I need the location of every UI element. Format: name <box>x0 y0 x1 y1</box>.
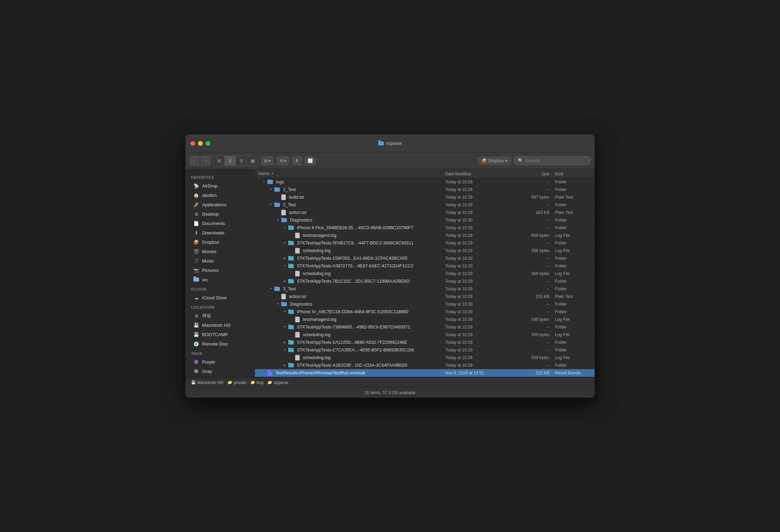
file-kind: Folder <box>549 180 591 184</box>
sidebar-item-abotkin[interactable]: 🏠 abotkin <box>188 191 252 200</box>
table-row[interactable]: ▼ iPhone Xr_A9C7EC18-DD94-46B4-9F3C-E205… <box>255 308 595 316</box>
disclosure-closed[interactable]: ▶ <box>283 340 287 344</box>
sidebar-item-airdrop[interactable]: 📡 AirDrop <box>188 181 252 190</box>
disclosure-open[interactable]: ▼ <box>276 302 280 306</box>
name-column-header[interactable]: Name <box>258 171 269 176</box>
table-row[interactable]: ▼ STKTestAppTests-A3872770...-4E67-8AEC-… <box>255 262 595 270</box>
table-row[interactable]: ▶ STKTestAppTests-7B1C32C...2D1-B5C7-119… <box>255 277 595 285</box>
sidebar-item-macintosh-hd[interactable]: 💾 Macintosh HD <box>188 321 252 330</box>
file-name: testmanagerd.log <box>303 233 337 238</box>
disclosure-closed[interactable]: ▶ <box>283 256 287 260</box>
date-column-header[interactable]: Date Modified <box>445 172 471 176</box>
sidebar-item-label: Dropbox <box>202 240 219 245</box>
view-options-button[interactable]: ⊞ ▾ <box>261 156 274 165</box>
disclosure-open[interactable]: ▼ <box>262 180 266 184</box>
table-row[interactable]: ▼ 3_Test Today at 10:29 -- Folder <box>255 285 595 293</box>
dropbox-button[interactable]: 📦 Dropbox ▾ <box>478 157 511 165</box>
table-row[interactable]: ▼ Diagnostics Today at 10:30 -- Folder <box>255 216 595 224</box>
table-row[interactable]: action.txt Today at 10:29 163 KB Plain T… <box>255 209 595 216</box>
breadcrumb-xcparse[interactable]: 📁 xcparse <box>267 380 288 385</box>
forward-button[interactable]: › <box>201 156 210 166</box>
disclosure-open[interactable]: ▼ <box>269 287 273 291</box>
table-row[interactable]: action.txt Today at 10:29 155 KB Plain T… <box>255 293 595 300</box>
disclosure-open[interactable]: ▼ <box>269 203 273 207</box>
table-row[interactable]: ▶ STKTestAppTests-1A1225D...4B80-A532-7F… <box>255 339 595 346</box>
file-date: Today at 10:29 <box>445 195 515 200</box>
tag-button[interactable]: ⬜ <box>305 156 316 165</box>
size-column-header[interactable]: Size <box>541 172 549 176</box>
sidebar-item-purple[interactable]: Purple <box>188 357 252 366</box>
file-name: iPhone Xr_A9C7EC18-DD94-46B4-9F3C-E2050C… <box>297 309 408 314</box>
table-row[interactable]: ▼ Diagnostics Today at 10:30 -- Folder <box>255 300 595 308</box>
close-button[interactable] <box>190 141 195 146</box>
breadcrumb-private[interactable]: 📁 private <box>227 380 246 385</box>
disclosure-open[interactable]: ▼ <box>269 188 273 192</box>
traffic-lights <box>190 141 210 146</box>
file-size: 997 bytes <box>515 195 549 200</box>
table-row[interactable]: testmanagerd.log Today at 10:29 656 byte… <box>255 232 595 239</box>
disclosure-open[interactable]: ▼ <box>283 241 287 245</box>
table-row[interactable]: build.txt Today at 10:29 997 bytes Plain… <box>255 193 595 201</box>
sidebar-item-music[interactable]: 🎵 Music <box>188 256 252 265</box>
search-box[interactable]: 🔍 <box>514 156 590 165</box>
gallery-view-button[interactable]: ▦ <box>247 156 258 166</box>
table-row[interactable]: scheduling.log Today at 10:29 568 bytes … <box>255 270 595 277</box>
maximize-button[interactable] <box>206 141 210 146</box>
toolbar: ‹ › ⊞ ☰ ⊟ ▦ ⊞ ▾ ⚙ ▾ ⬆ ⬜ 📦 Dropbox ▾ <box>185 152 595 169</box>
breadcrumb-sep-2: › <box>248 381 249 385</box>
file-date: Today at 10:29 <box>445 225 515 230</box>
search-input[interactable] <box>525 158 587 163</box>
column-view-button[interactable]: ⊟ <box>236 156 247 166</box>
breadcrumb-tmp[interactable]: 📁 tmp <box>250 380 264 385</box>
pictures-icon: 📷 <box>193 267 199 273</box>
disclosure-open[interactable]: ▼ <box>283 310 287 314</box>
table-row[interactable]: ▼ 2_Test Today at 10:29 -- Folder <box>255 201 595 209</box>
disclosure-open[interactable]: ▼ <box>283 325 287 329</box>
disclosure-open[interactable]: ▼ <box>283 226 287 230</box>
table-row[interactable]: ▶ STKTestAppTests-A1B2C6F...10C-A33A-3C6… <box>255 361 595 369</box>
sidebar-item-bootcamp[interactable]: 💾 BOOTCAMP <box>188 330 252 339</box>
sidebar-item-pictures[interactable]: 📷 Pictures <box>188 266 252 275</box>
table-row[interactable]: testmanagerd.log Today at 10:29 548 byte… <box>255 316 595 323</box>
sidebar-item-desktop[interactable]: 🖥 Desktop <box>188 209 252 218</box>
disclosure-open[interactable]: ▼ <box>276 218 280 222</box>
icon-view-button[interactable]: ⊞ <box>214 156 225 166</box>
sidebar-item-icloud-drive[interactable]: ☁ iCloud Drive <box>188 293 252 302</box>
sidebar-item-dropbox[interactable]: 📦 Dropbox <box>188 238 252 247</box>
file-name: STKTestAppTests-A1B2C6F...10C-A33A-3C64F… <box>297 363 407 368</box>
table-row[interactable]: ▼ 1_Test Today at 10:29 -- Folder <box>255 186 595 193</box>
disclosure-closed[interactable]: ▶ <box>283 363 287 367</box>
disclosure-closed[interactable]: ▶ <box>283 279 287 283</box>
table-row[interactable]: ▶ STKTestAppTests-158F055...EA1-99D0-1CF… <box>255 255 595 262</box>
kind-column-header[interactable]: Kind <box>555 172 563 176</box>
table-row[interactable]: ▼ logs Today at 10:29 -- Folder <box>255 178 595 186</box>
share-button[interactable]: ⬆ <box>292 156 302 165</box>
table-row[interactable]: scheduling.log Today at 10:29 568 bytes … <box>255 247 595 255</box>
table-row[interactable]: ▼ iPhone 8 Plus_284BEB26-35...-45CD-99AB… <box>255 224 595 232</box>
sidebar-item-remote-disc[interactable]: 💿 Remote Disc <box>188 339 252 348</box>
sidebar-item-downloads[interactable]: ⬇ Downloads <box>188 228 252 237</box>
breadcrumb-macintosh-hd[interactable]: 💾 Macintosh HD <box>191 380 223 385</box>
file-size: 559 bytes <box>515 355 549 360</box>
locations-header: Locations <box>185 302 255 311</box>
sidebar-item-documents[interactable]: 📄 Documents <box>188 219 252 228</box>
sidebar-item-applications[interactable]: 🚀 Applications <box>188 200 252 209</box>
back-button[interactable]: ‹ <box>190 156 199 166</box>
sidebar-item-korean[interactable]: 🖥 해림 <box>188 311 252 320</box>
sidebar-item-gray[interactable]: Gray <box>188 367 252 376</box>
sidebar-item-label: Gray <box>202 369 212 374</box>
table-row[interactable]: scheduling.log Today at 10:29 559 bytes … <box>255 331 595 339</box>
sidebar-item-src[interactable]: src <box>188 275 252 284</box>
table-row[interactable]: ▼ STKTestAppTests-5FAB17C8...-44F7-BDC2-… <box>255 239 595 247</box>
table-row[interactable]: ▼ STKTestAppTests-C7CA35EA...-4E95-B5F2-… <box>255 346 595 354</box>
disclosure-open[interactable]: ▼ <box>283 348 287 352</box>
minimize-button[interactable] <box>198 141 203 146</box>
action-button[interactable]: ⚙ ▾ <box>276 156 289 165</box>
sidebar-item-movies[interactable]: 🎬 Movies <box>188 247 252 256</box>
table-row[interactable]: TestResults-iPhoneXRKoreanTestRun.xcresu… <box>255 369 595 377</box>
disclosure-open[interactable]: ▼ <box>283 264 287 268</box>
table-row[interactable]: ▼ STKTestAppTests-73864665...-4982-95C6-… <box>255 323 595 331</box>
list-view-button[interactable]: ☰ <box>225 156 236 166</box>
table-row[interactable]: scheduling.log Today at 10:29 559 bytes … <box>255 354 595 361</box>
sidebar-item-label: Movies <box>202 249 216 254</box>
